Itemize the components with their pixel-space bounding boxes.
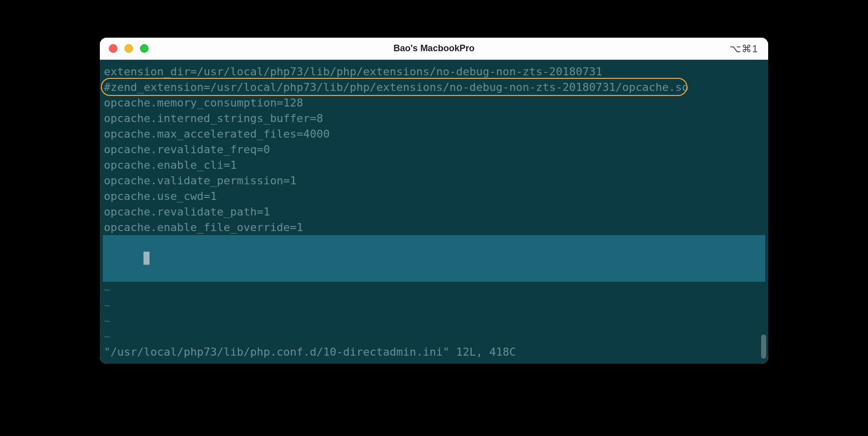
editor-line[interactable]: opcache.enable_cli=1 — [103, 157, 765, 173]
window-title: Bao's MacbookPro — [100, 43, 768, 54]
editor-tilde-line: ~ — [103, 329, 765, 344]
close-window-button[interactable] — [109, 44, 117, 53]
editor-tilde-line: ~ — [103, 297, 765, 313]
editor-line[interactable]: opcache.validate_permission=1 — [103, 173, 765, 188]
editor-cursor-line[interactable] — [103, 235, 765, 282]
editor-tilde-line: ~ — [103, 282, 765, 297]
editor-line[interactable]: extension_dir=/usr/local/php73/lib/php/e… — [103, 64, 765, 79]
editor-line[interactable]: opcache.revalidate_freq=0 — [103, 142, 765, 157]
minimize-window-button[interactable] — [124, 44, 133, 53]
editor-line[interactable]: opcache.max_accelerated_files=4000 — [103, 126, 765, 142]
scrollbar-thumb[interactable] — [761, 335, 766, 359]
editor-line[interactable]: #zend_extension=/usr/local/php73/lib/php… — [103, 79, 765, 95]
window-titlebar: Bao's MacbookPro ⌥⌘1 — [100, 38, 768, 60]
terminal-content[interactable]: extension_dir=/usr/local/php73/lib/php/e… — [100, 60, 768, 364]
zoom-window-button[interactable] — [140, 44, 149, 53]
editor-line[interactable]: opcache.use_cwd=1 — [103, 188, 765, 204]
editor-line[interactable]: opcache.interned_strings_buffer=8 — [103, 111, 765, 126]
editor-tilde-line: ~ — [103, 313, 765, 329]
cursor-icon — [143, 252, 150, 265]
editor-line[interactable]: opcache.memory_consumption=128 — [103, 95, 765, 111]
editor-line[interactable]: opcache.enable_file_override=1 — [103, 220, 765, 235]
editor-buffer[interactable]: extension_dir=/usr/local/php73/lib/php/e… — [103, 64, 765, 235]
editor-status-line: "/usr/local/php73/lib/php.conf.d/10-dire… — [103, 344, 765, 360]
editor-line[interactable]: opcache.revalidate_path=1 — [103, 204, 765, 220]
terminal-window: Bao's MacbookPro ⌥⌘1 extension_dir=/usr/… — [100, 38, 768, 364]
window-shortcut-label: ⌥⌘1 — [730, 43, 768, 55]
window-controls — [100, 44, 149, 53]
annotation-highlight-oval — [101, 78, 687, 96]
editor-empty-lines: ~~~~ — [103, 282, 765, 344]
